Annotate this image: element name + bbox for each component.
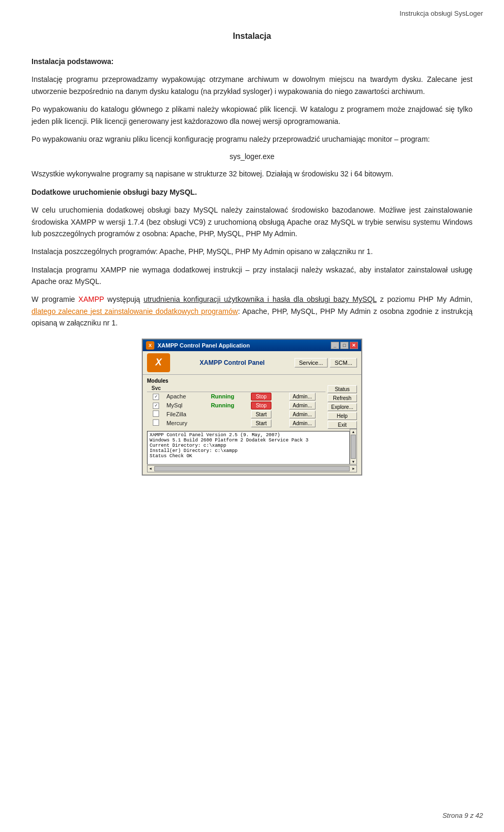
stop-apache-button[interactable]: Stop [251, 393, 271, 401]
para7: Instalacja programu XAMPP nie wymaga dod… [32, 264, 472, 288]
log-line-5: Status Check OK [150, 454, 347, 459]
scm-button[interactable]: SCM... [330, 358, 357, 367]
section2-heading: Dodatkowe uruchomienie obsługi bazy MySQ… [32, 186, 472, 198]
svc-checkbox-filezilla[interactable] [153, 410, 159, 417]
table-row: Apache Running Stop Admin... [147, 392, 326, 401]
status-filezilla [202, 410, 243, 419]
para4: Wszystkie wykonywalne programy są napisa… [32, 168, 472, 180]
hscroll-thumb[interactable] [154, 466, 350, 471]
close-button[interactable]: ✕ [350, 342, 358, 349]
xampp-top-buttons[interactable]: Service... SCM... [295, 358, 357, 367]
titlebar-left: X XAMPP Control Panel Application [146, 341, 250, 350]
para6: Instalacja poszczególnych programów: Apa… [32, 246, 472, 257]
col-svc: Svc [147, 385, 165, 392]
status-apache: Running [202, 392, 243, 401]
xampp-window-title: XAMPP Control Panel Application [158, 342, 250, 349]
status-side-button[interactable]: Status [328, 385, 357, 393]
log-line-2: Windows 5.1 Build 2600 Platform 2 Dodate… [150, 438, 347, 443]
col-module [165, 385, 202, 392]
admin-mercury-cell[interactable]: Admin... [279, 419, 326, 428]
page-title: Instalacja [32, 31, 472, 41]
exe-filename: sys_loger.exe [32, 152, 472, 161]
admin-apache-cell[interactable]: Admin... [279, 392, 326, 401]
table-row: FileZilla Start Admin... [147, 410, 326, 419]
svc-cell-apache [147, 392, 165, 401]
log-line-1: XAMPP Control Panel Version 2.5 (9. May,… [150, 433, 347, 438]
module-name-filezilla: FileZilla [165, 410, 202, 419]
admin-mysql-button[interactable]: Admin... [289, 402, 316, 409]
admin-apache-button[interactable]: Admin... [289, 393, 316, 401]
xampp-log-area: XAMPP Control Panel Version 2.5 (9. May,… [147, 429, 357, 465]
service-button[interactable]: Service... [295, 358, 328, 367]
start-mercury-cell[interactable]: Start [243, 419, 279, 428]
help-side-button[interactable]: Help [328, 412, 357, 420]
module-name-apache: Apache [165, 392, 202, 401]
para5: W celu uruchomienia dodatkowej obsługi b… [32, 204, 472, 239]
start-mercury-button[interactable]: Start [251, 419, 271, 427]
stop-mysql-cell[interactable]: Stop [243, 401, 279, 410]
module-name-mysql: MySql [165, 401, 202, 410]
horizontal-scrollbar[interactable]: ◄ ► [147, 465, 357, 472]
xampp-body: Modules Svc [143, 375, 361, 475]
admin-filezilla-cell[interactable]: Admin... [279, 410, 326, 419]
explore-side-button[interactable]: Explore... [328, 403, 357, 411]
page-footer: Strona 9 z 42 [443, 812, 483, 819]
maximize-button[interactable]: □ [340, 342, 349, 349]
log-line-4: Install(er) Directory: c:\xampp [150, 448, 347, 454]
scroll-thumb[interactable] [351, 435, 356, 459]
stop-mysql-button[interactable]: Stop [251, 402, 271, 409]
col-status [202, 385, 243, 392]
log-scrollbar[interactable]: ▲ ▼ [350, 429, 357, 465]
para1: Instalację programu przeprowadzamy wypak… [32, 73, 472, 97]
xampp-layout: Modules Svc [147, 378, 357, 429]
log-line-3: Current Directory: c:\xampp [150, 443, 347, 448]
xampp-logo: X [147, 353, 170, 372]
xampp-window: X XAMPP Control Panel Application _ □ ✕ … [142, 339, 362, 476]
para3: Po wypakowaniu oraz wgraniu pliku licenc… [32, 133, 472, 145]
table-row: Mercury Start Admin... [147, 419, 326, 428]
table-row: MySql Running Stop Admin... [147, 401, 326, 410]
xampp-toolbar: X XAMPP Control Panel Service... SCM... [143, 351, 361, 375]
start-filezilla-cell[interactable]: Start [243, 410, 279, 419]
stop-apache-cell[interactable]: Stop [243, 392, 279, 401]
para8-before-red: W programie [32, 295, 78, 303]
xampp-modules-area: Modules Svc [147, 378, 326, 429]
admin-mercury-button[interactable]: Admin... [289, 419, 316, 427]
refresh-side-button[interactable]: Refresh [328, 394, 357, 402]
xampp-panel-title: XAMPP Control Panel [174, 359, 290, 366]
status-mysql: Running [202, 401, 243, 410]
xampp-titlebar: X XAMPP Control Panel Application _ □ ✕ [143, 340, 361, 351]
page-content: Instalacja Instalacja podstawowa: Instal… [32, 31, 472, 476]
svc-checkbox-mysql[interactable] [153, 403, 159, 409]
module-name-mercury: Mercury [165, 419, 202, 428]
section1-heading: Instalacja podstawowa: [32, 56, 472, 67]
col-admin [279, 385, 326, 392]
para8-after-red: występują [104, 295, 143, 303]
svc-cell-filezilla [147, 410, 165, 419]
admin-mysql-cell[interactable]: Admin... [279, 401, 326, 410]
modules-table: Svc [147, 385, 326, 428]
modules-label: Modules [147, 378, 326, 384]
para8-mid: z poziomu PHP My Admin, [376, 295, 472, 303]
admin-filezilla-button[interactable]: Admin... [289, 410, 316, 418]
para8: W programie XAMPP występują utrudnienia … [32, 293, 472, 329]
scroll-up-arrow[interactable]: ▲ [351, 429, 356, 434]
titlebar-controls[interactable]: _ □ ✕ [331, 342, 358, 349]
scroll-down-arrow[interactable]: ▼ [351, 459, 356, 464]
document-header: Instrukcja obsługi SysLoger [400, 9, 483, 17]
svc-cell-mysql [147, 401, 165, 410]
scroll-right-arrow[interactable]: ► [351, 467, 356, 470]
start-filezilla-button[interactable]: Start [251, 410, 271, 418]
svc-checkbox-mercury[interactable] [153, 419, 159, 426]
xampp-screenshot: X XAMPP Control Panel Application _ □ ✕ … [32, 339, 472, 476]
status-mercury [202, 419, 243, 428]
xampp-title-icon: X [146, 341, 154, 350]
para2: Po wypakowaniu do katalogu głównego z pl… [32, 103, 472, 127]
xampp-log: XAMPP Control Panel Version 2.5 (9. May,… [147, 431, 350, 465]
xampp-side-buttons: Status Refresh Explore... Help Exit [328, 378, 357, 429]
scroll-left-arrow[interactable]: ◄ [148, 467, 153, 470]
para8-red: XAMPP [78, 295, 104, 303]
svc-checkbox-apache[interactable] [153, 394, 159, 400]
exit-side-button[interactable]: Exit [328, 421, 357, 429]
minimize-button[interactable]: _ [331, 342, 339, 349]
